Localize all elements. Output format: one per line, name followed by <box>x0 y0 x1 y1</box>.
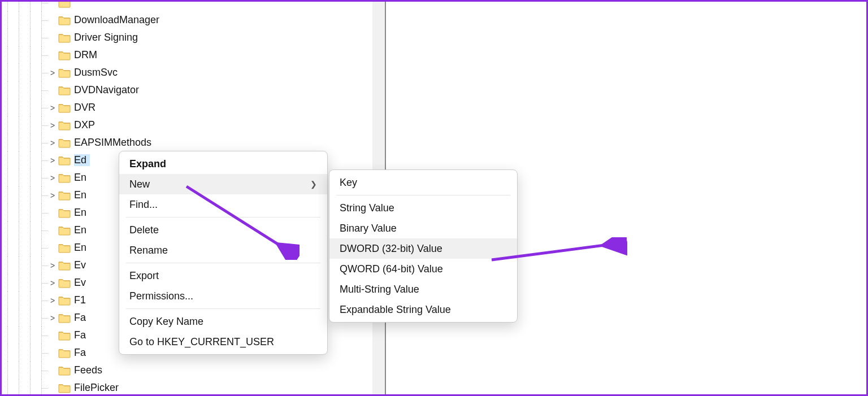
tree-expander[interactable]: > <box>47 138 58 147</box>
tree-guide <box>36 81 47 99</box>
tree-guide <box>2 274 13 291</box>
tree-item-label: En <box>74 207 90 219</box>
tree-item[interactable]: DownloadManager <box>2 11 159 29</box>
menu-delete-label: Delete <box>129 224 317 236</box>
tree-guide <box>24 274 36 291</box>
tree-guide <box>2 362 13 379</box>
submenu-string-value[interactable]: String Value <box>329 198 517 218</box>
tree-item-label: Fa <box>74 312 90 324</box>
tree-guide <box>36 64 47 81</box>
tree-expander[interactable]: > <box>47 296 58 305</box>
tree-guide <box>36 309 47 327</box>
menu-copy-key-name[interactable]: Copy Key Name <box>119 311 327 332</box>
menu-permissions[interactable]: Permissions... <box>119 286 327 306</box>
folder-icon <box>58 365 71 376</box>
tree-guide <box>13 151 24 169</box>
tree-guide <box>36 99 47 116</box>
tree-guide <box>2 2 13 11</box>
tree-expander[interactable]: > <box>47 103 58 112</box>
tree-guide <box>36 362 47 379</box>
tree-guide <box>13 256 24 274</box>
tree-expander[interactable]: > <box>47 173 58 182</box>
tree-guide <box>13 46 24 64</box>
tree-guide <box>36 327 47 344</box>
menu-export[interactable]: Export <box>119 266 327 286</box>
tree-item-label: Feeds <box>74 364 102 376</box>
tree-guide <box>36 379 47 394</box>
folder-icon <box>58 260 71 271</box>
submenu-key-label: Key <box>340 177 507 189</box>
tree-guide <box>36 169 47 186</box>
tree-guide <box>13 379 24 394</box>
tree-guide <box>24 256 36 274</box>
tree-item[interactable]: >DVR <box>2 99 159 116</box>
folder-icon <box>58 295 71 306</box>
submenu-dword-value[interactable]: DWORD (32-bit) Value <box>329 238 517 259</box>
menu-expand[interactable]: Expand <box>119 154 327 174</box>
menu-go-to-hkcu[interactable]: Go to HKEY_CURRENT_USER <box>119 332 327 352</box>
menu-export-label: Export <box>129 270 317 282</box>
tree-item[interactable]: >DXP <box>2 116 159 134</box>
submenu-expandable-label: Expandable String Value <box>340 304 507 316</box>
tree-guide <box>2 204 13 221</box>
tree-item-label: Ed <box>74 154 90 166</box>
tree-guide <box>36 46 47 64</box>
tree-expander[interactable]: > <box>47 121 58 130</box>
submenu-dword-label: DWORD (32-bit) Value <box>340 243 507 255</box>
context-menu: Expand New ❯ Find... Delete Rename Expor… <box>119 151 328 355</box>
menu-go-to-label: Go to HKEY_CURRENT_USER <box>129 336 317 348</box>
tree-item[interactable]: Feeds <box>2 362 159 379</box>
folder-icon <box>58 313 71 323</box>
tree-item[interactable]: >DusmSvc <box>2 64 159 81</box>
tree-expander[interactable]: > <box>47 68 58 77</box>
tree-guide <box>24 116 36 134</box>
submenu-multi-string-value[interactable]: Multi-String Value <box>329 279 517 299</box>
tree-item[interactable]: >EAPSIMMethods <box>2 134 159 151</box>
menu-rename-label: Rename <box>129 245 317 256</box>
tree-item-label: Fa <box>74 329 90 341</box>
submenu-qword-value[interactable]: QWORD (64-bit) Value <box>329 259 517 279</box>
tree-item[interactable]: DRM <box>2 46 159 64</box>
tree-item[interactable] <box>2 2 159 11</box>
menu-find[interactable]: Find... <box>119 194 327 215</box>
tree-guide <box>24 221 36 239</box>
submenu-key[interactable]: Key <box>329 172 517 193</box>
tree-guide <box>2 186 13 204</box>
tree-item-label: Ev <box>74 259 90 271</box>
tree-expander[interactable]: > <box>47 278 58 288</box>
tree-guide <box>2 81 13 99</box>
tree-guide <box>13 81 24 99</box>
tree-guide <box>24 186 36 204</box>
tree-expander[interactable]: > <box>47 191 58 200</box>
tree-guide <box>24 81 36 99</box>
folder-icon <box>58 208 71 218</box>
menu-new[interactable]: New ❯ <box>119 174 327 194</box>
tree-item-label: DusmSvc <box>74 67 118 79</box>
tree-item[interactable]: FilePicker <box>2 379 159 394</box>
folder-icon <box>58 155 71 166</box>
tree-item[interactable]: DVDNavigator <box>2 81 159 99</box>
tree-item-label: EAPSIMMethods <box>74 137 151 149</box>
menu-delete[interactable]: Delete <box>119 220 327 240</box>
tree-guide <box>36 134 47 151</box>
tree-item-label: Fa <box>74 347 90 359</box>
folder-icon <box>58 68 71 78</box>
menu-expand-label: Expand <box>129 158 317 170</box>
folder-icon <box>58 33 71 43</box>
submenu-binary-value[interactable]: Binary Value <box>329 218 517 238</box>
submenu-expandable-string-value[interactable]: Expandable String Value <box>329 299 517 320</box>
folder-icon <box>58 383 71 393</box>
tree-guide <box>36 344 47 362</box>
tree-guide <box>13 239 24 256</box>
menu-rename[interactable]: Rename <box>119 240 327 260</box>
submenu-binary-label: Binary Value <box>340 223 507 234</box>
tree-item[interactable]: Driver Signing <box>2 29 159 46</box>
tree-guide <box>13 99 24 116</box>
menu-separator <box>336 195 510 195</box>
folder-icon <box>58 50 71 60</box>
tree-expander[interactable]: > <box>47 156 58 165</box>
tree-expander[interactable]: > <box>47 314 58 323</box>
tree-guide <box>13 344 24 362</box>
tree-guide <box>24 309 36 327</box>
tree-expander[interactable]: > <box>47 261 58 270</box>
